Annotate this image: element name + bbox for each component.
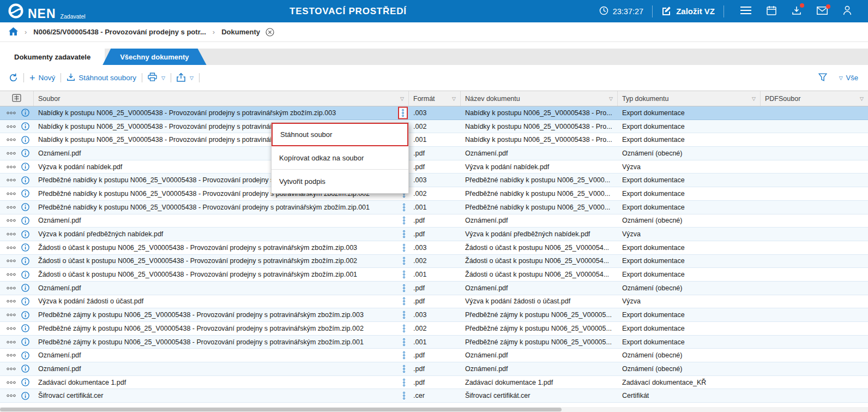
table-row[interactable]: Žádosti o účast k postupu N006_25_V00005… (0, 241, 868, 255)
row-options-dots-icon[interactable] (7, 246, 16, 249)
filter-caret-icon[interactable]: ▽ (609, 96, 613, 101)
kebab-menu-icon[interactable] (402, 297, 406, 306)
info-icon[interactable] (21, 217, 29, 225)
row-options-dots-icon[interactable] (7, 313, 16, 317)
table-row[interactable]: Předběžné nabídky k postupu N006_25_V000… (0, 174, 868, 187)
column-header-typ-dokumentu[interactable]: Typ dokumentu ▽ (618, 91, 761, 106)
kebab-menu-icon[interactable] (402, 257, 406, 265)
table-row[interactable]: Šifrovací certifikát.cer.cerŠifrovací ce… (0, 389, 868, 403)
kebab-menu-icon[interactable] (398, 106, 408, 119)
info-icon[interactable] (21, 163, 29, 171)
info-icon[interactable] (21, 324, 29, 332)
kebab-menu-icon[interactable] (402, 230, 406, 238)
close-breadcrumb-icon[interactable] (266, 28, 274, 37)
info-icon[interactable] (21, 109, 29, 117)
table-row[interactable]: Předběžné zájmy k postupu N006_25_V00005… (0, 322, 868, 336)
table-row[interactable]: Nabídky k postupu N006_25_V00005438 - Pr… (0, 120, 868, 134)
table-row[interactable]: Zadávací dokumentace 1.pdf.pdfZadávací d… (0, 376, 868, 390)
row-options-dots-icon[interactable] (7, 300, 16, 303)
column-chooser-cell[interactable] (0, 91, 34, 106)
row-options-dots-icon[interactable] (7, 354, 16, 357)
row-options-dots-icon[interactable] (7, 394, 16, 397)
table-row[interactable]: Předběžné zájmy k postupu N006_25_V00005… (0, 308, 868, 322)
table-row[interactable]: Předběžné nabídky k postupu N006_25_V000… (0, 187, 868, 201)
table-row[interactable]: Žádosti o účast k postupu N006_25_V00005… (0, 268, 868, 282)
kebab-menu-icon[interactable] (402, 311, 406, 319)
info-icon[interactable] (21, 271, 29, 279)
column-header-pdfsoubor[interactable]: PDFSoubor ▽ (761, 91, 868, 106)
tab-dokumenty-zadavatele[interactable]: Dokumenty zadavatele (0, 49, 105, 65)
info-icon[interactable] (21, 149, 29, 157)
table-row[interactable]: Oznámení.pdf.pdfOznámení.pdfOznámení (ob… (0, 214, 868, 228)
kebab-menu-icon[interactable] (402, 365, 406, 373)
main-menu-button[interactable] (740, 6, 751, 16)
info-icon[interactable] (21, 257, 29, 265)
info-icon[interactable] (21, 230, 29, 238)
calendar-button[interactable] (767, 5, 776, 17)
table-row[interactable]: Žádosti o účast k postupu N006_25_V00005… (0, 255, 868, 268)
info-icon[interactable] (21, 136, 29, 144)
filter-button[interactable] (818, 73, 827, 83)
refresh-button[interactable] (9, 73, 18, 82)
info-icon[interactable] (21, 122, 29, 130)
info-icon[interactable] (21, 297, 29, 306)
column-header-format[interactable]: Formát ▽ (409, 91, 461, 106)
row-options-dots-icon[interactable] (7, 219, 16, 222)
breadcrumb-current[interactable]: Dokumenty (221, 28, 260, 36)
info-icon[interactable] (21, 284, 29, 292)
info-icon[interactable] (21, 203, 29, 211)
row-options-dots-icon[interactable] (7, 125, 16, 128)
table-row[interactable]: Oznámení.pdf.pdfOznámení.pdfOznámení (ob… (0, 282, 868, 295)
kebab-menu-icon[interactable] (402, 217, 406, 225)
filter-caret-icon[interactable]: ▽ (400, 96, 404, 101)
row-options-dots-icon[interactable] (7, 273, 16, 276)
row-options-dots-icon[interactable] (7, 367, 16, 371)
kebab-menu-icon[interactable] (402, 324, 406, 332)
home-icon[interactable] (9, 27, 18, 37)
info-icon[interactable] (21, 176, 29, 184)
row-options-dots-icon[interactable] (7, 327, 16, 330)
kebab-menu-icon[interactable] (402, 392, 406, 400)
kebab-menu-icon[interactable] (402, 351, 406, 360)
horizontal-scrollbar[interactable] (0, 407, 868, 412)
kebab-menu-icon[interactable] (402, 338, 406, 346)
view-filter-dropdown[interactable]: ▽ Vše (838, 74, 858, 82)
row-options-dots-icon[interactable] (7, 165, 16, 169)
user-profile-button[interactable] (843, 5, 852, 17)
info-icon[interactable] (21, 365, 29, 373)
breadcrumb-procedure[interactable]: N006/25/V00005438 - Provozování prodejny… (33, 28, 206, 36)
info-icon[interactable] (21, 311, 29, 319)
row-options-dots-icon[interactable] (7, 178, 16, 182)
kebab-menu-icon[interactable] (402, 378, 406, 386)
create-vz-button[interactable]: Založit VZ (661, 5, 715, 17)
downloads-button[interactable] (792, 5, 801, 17)
table-row[interactable]: Předběžné nabídky k postupu N006_25_V000… (0, 201, 868, 214)
filter-caret-icon[interactable]: ▽ (452, 96, 456, 101)
filter-caret-icon[interactable]: ▽ (752, 96, 756, 101)
info-icon[interactable] (21, 243, 29, 252)
table-row[interactable]: Výzva k podání předběžných nabídek.pdf.p… (0, 228, 868, 241)
context-menu-item[interactable]: Kopírovat odkaz na soubor (272, 146, 408, 170)
print-button[interactable]: ▽ (148, 73, 165, 83)
row-options-dots-icon[interactable] (7, 286, 16, 290)
nen-logo[interactable]: NEN Zadavatel (8, 3, 86, 20)
info-icon[interactable] (21, 378, 29, 386)
filter-caret-icon[interactable]: ▽ (860, 96, 864, 101)
row-options-dots-icon[interactable] (7, 259, 16, 262)
row-options-dots-icon[interactable] (7, 381, 16, 384)
info-icon[interactable] (21, 338, 29, 346)
table-row[interactable]: Nabídky k postupu N006_25_V00005438 - Pr… (0, 133, 868, 147)
table-row[interactable]: Předběžné zájmy k postupu N006_25_V00005… (0, 336, 868, 349)
row-options-dots-icon[interactable] (7, 152, 16, 155)
column-header-nazev-dokumentu[interactable]: Název dokumentu ▽ (461, 91, 618, 106)
table-row[interactable]: Oznámení.pdf.pdfOznámení.pdfOznámení (ob… (0, 349, 868, 362)
kebab-menu-icon[interactable] (402, 243, 406, 252)
info-icon[interactable] (21, 351, 29, 360)
row-options-dots-icon[interactable] (7, 138, 16, 141)
info-icon[interactable] (21, 392, 29, 400)
column-header-soubor[interactable]: Soubor ▽ (34, 91, 409, 106)
table-row[interactable]: Oznámení.pdf.pdfOznámení.pdfOznámení (ob… (0, 147, 868, 160)
context-menu-item[interactable]: Stáhnout soubor (272, 123, 408, 146)
row-options-dots-icon[interactable] (7, 232, 16, 236)
scrollbar-thumb[interactable] (0, 408, 562, 411)
